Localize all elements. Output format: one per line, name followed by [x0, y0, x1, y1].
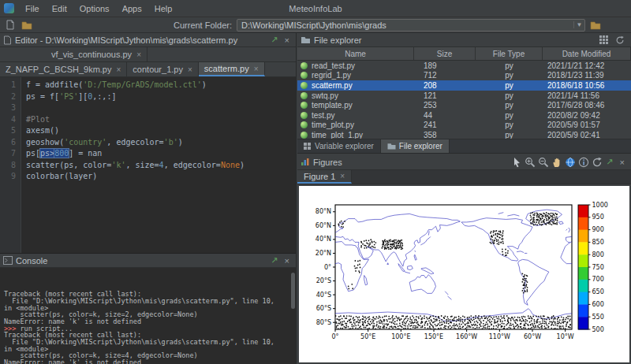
column-header-modified[interactable]: Date Modified [543, 47, 631, 60]
full-extent-globe-icon[interactable] [565, 157, 576, 168]
console-float-icon[interactable]: ↗ [267, 255, 281, 266]
x-tick-label: 110°W [489, 333, 510, 340]
tab-close-icon[interactable]: × [188, 65, 192, 74]
y-tick-label: 40°S [316, 292, 331, 299]
y-tick-label: 20°N [316, 250, 331, 257]
colorbar-tick-label: 750 [592, 264, 604, 271]
code-line: #Plot [26, 114, 296, 126]
colorbar: 1000950900850800750700650600550500 [578, 202, 608, 333]
figure-svg[interactable]: 0°50°E100°E150°E160°W110°W60°W10°W80°N60… [301, 191, 625, 358]
tab-close-icon[interactable]: × [254, 65, 259, 73]
zoom-out-icon[interactable] [538, 157, 549, 168]
column-header-name[interactable]: Name [297, 47, 414, 60]
editor-tab-row-2: Z_NAFP_C_BCSH_9km.py×contour_1.py×scatte… [0, 62, 296, 77]
editor-tab[interactable]: contour_1.py× [127, 62, 198, 76]
console-panel-title: Console [16, 256, 47, 266]
column-header-size[interactable]: Size [414, 47, 476, 60]
x-tick-label: 150°E [424, 333, 443, 340]
figure-toolbar [511, 157, 603, 168]
x-tick-label: 160°W [456, 333, 477, 340]
editor-code[interactable]: f = addfile('D:/Temp/GrADS/model.ctl')ps… [21, 77, 296, 253]
folder-icon [387, 143, 396, 150]
python-file-icon [301, 72, 308, 79]
grid-view-icon[interactable] [599, 35, 608, 44]
main-area: Editor - D:\Working\MIScript\Jython\mis\… [0, 33, 631, 364]
file-row[interactable]: time_plot.py241py2020/5/9 01:57 [297, 121, 631, 131]
colorbar-tick-label: 700 [592, 276, 604, 283]
x-tick-label: 60°W [524, 333, 541, 340]
colorbar-tick-label: 500 [592, 326, 604, 333]
menu-options[interactable]: Options [73, 2, 116, 16]
code-line: colorbar(layer) [26, 171, 296, 183]
current-folder-combobox[interactable]: D:\Working\MIScript\Jython\mis\grads ▼ [237, 19, 585, 32]
select-pointer-icon[interactable] [511, 157, 522, 168]
editor-tab[interactable]: vf_vis_continuous.py× [46, 47, 147, 61]
editor-close-icon[interactable]: × [282, 35, 293, 45]
file-row[interactable]: scatterm.py208py2018/6/18 10:56 [297, 80, 631, 91]
editor-tab-label: scatterm.py [204, 64, 249, 73]
console-icon [3, 256, 13, 265]
code-line [26, 102, 296, 114]
python-file-icon [301, 112, 308, 119]
editor-tab-row-1: vf_vis_continuous.py× [0, 47, 296, 62]
console-panel-header: Console ↗ × [0, 254, 296, 268]
code-line: f = addfile('D:/Temp/GrADS/model.ctl') [26, 80, 296, 91]
open-script-button[interactable] [21, 19, 33, 32]
code-line: scatter(ps, color='k', size=4, edgecolor… [26, 160, 296, 172]
file-row[interactable]: test.py44py2020/8/2 09:42 [297, 110, 631, 121]
plot-canvas[interactable]: 0°50°E100°E150°E160°W110°W60°W10°W80°N60… [299, 186, 629, 362]
colorbar-tick-label: 950 [592, 214, 604, 221]
menu-apps[interactable]: Apps [116, 2, 148, 16]
y-tick-label: 20°S [316, 277, 331, 284]
editor-gutter: 123456789 [0, 77, 21, 253]
coastlines [335, 210, 572, 321]
code-editor[interactable]: 123456789 f = addfile('D:/Temp/GrADS/mod… [0, 77, 296, 253]
figure-tab[interactable]: Figure 1 × [297, 170, 352, 184]
figure-tab-close-icon[interactable]: × [340, 172, 345, 180]
console-output[interactable]: Traceback (most recent call last): File … [0, 268, 296, 364]
console-close-icon[interactable]: × [282, 256, 293, 266]
y-tick-label: 60°N [316, 222, 331, 229]
chevron-down-icon[interactable]: ▼ [573, 21, 584, 28]
bottom-tab-file-explorer[interactable]: File explorer [381, 139, 450, 153]
tab-close-icon[interactable]: × [136, 50, 141, 59]
console-scrollbar[interactable] [291, 273, 295, 309]
refresh-icon[interactable] [615, 35, 625, 45]
menu-edit[interactable]: Edit [46, 2, 73, 16]
code-line: ps[ps>800] = nan [26, 148, 296, 160]
editor-tab[interactable]: Z_NAFP_C_BCSH_9km.py× [0, 62, 127, 76]
browse-folder-button[interactable] [589, 19, 602, 32]
x-tick-label: 50°E [360, 333, 375, 340]
tab-close-icon[interactable]: × [117, 65, 121, 74]
file-row[interactable]: swtq.py121py2021/1/4 11:56 [297, 91, 631, 101]
bottom-tab-variable-explorer[interactable]: Variable explorer [297, 139, 381, 153]
pan-hand-icon[interactable] [551, 157, 562, 168]
editor-tab[interactable]: scatterm.py× [199, 62, 265, 76]
editor-panel-header: Editor - D:\Working\MIScript\Jython\mis\… [0, 33, 296, 47]
zoom-in-icon[interactable] [525, 157, 536, 168]
editor-float-icon[interactable]: ↗ [267, 35, 281, 45]
colorbar-tick-label: 900 [592, 226, 604, 233]
identify-info-icon[interactable] [578, 157, 589, 168]
figures-close-icon[interactable]: × [617, 158, 628, 167]
x-tick-label: 10°W [557, 333, 574, 340]
menu-file[interactable]: File [19, 2, 46, 16]
file-explorer-title: File explorer [314, 35, 362, 45]
new-script-button[interactable] [4, 19, 17, 32]
file-table-header: Name Size File Type Date Modified [297, 47, 631, 61]
y-tick-label: 0° [324, 264, 331, 271]
colorbar-tick-label: 1000 [592, 202, 608, 209]
world-map[interactable] [335, 210, 572, 329]
code-line: ps = f['PS'][0,:,:] [26, 91, 296, 103]
left-column: Editor - D:\Working\MIScript\Jython\mis\… [0, 33, 297, 364]
refresh-figure-icon[interactable] [592, 157, 603, 168]
file-row[interactable]: time_plot_1.py358py2020/5/9 02:41 [297, 130, 631, 139]
python-file-icon [301, 92, 308, 99]
code-line: geoshow('country', edgecolor='b') [26, 137, 296, 149]
file-row[interactable]: template.py253py2017/6/28 08:46 [297, 100, 631, 110]
menu-help[interactable]: Help [148, 2, 179, 16]
figures-float-icon[interactable]: ↗ [603, 157, 616, 167]
file-row[interactable]: read_test.py189py2021/1/21 12:42 [297, 61, 631, 71]
column-header-filetype[interactable]: File Type [476, 47, 543, 60]
file-row[interactable]: regrid_1.py712py2018/1/23 11:39 [297, 71, 631, 81]
